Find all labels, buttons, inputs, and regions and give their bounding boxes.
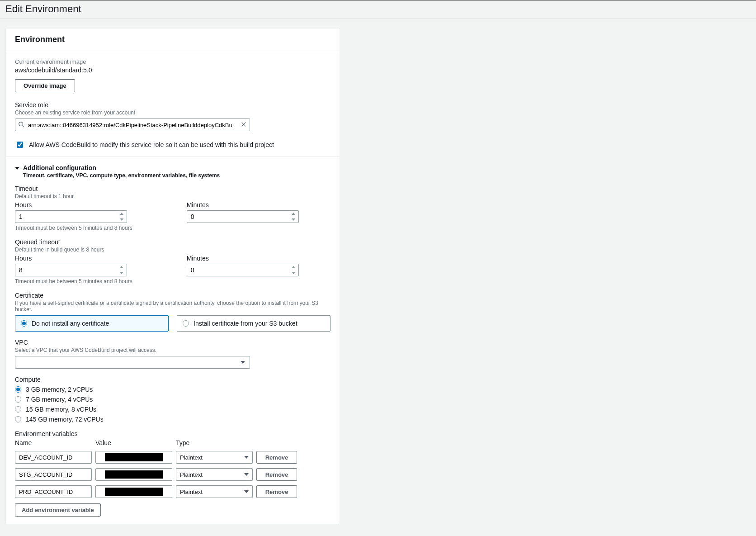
current-image-label: Current environment image: [15, 58, 331, 65]
allow-modify-label: Allow AWS CodeBuild to modify this servi…: [29, 141, 274, 148]
additional-config-toggle[interactable]: Additional configuration Timeout, certif…: [15, 164, 331, 179]
compute-option-0[interactable]: 3 GB memory, 2 vCPUs: [15, 386, 331, 393]
additional-config-subtitle: Timeout, certificate, VPC, compute type,…: [23, 172, 220, 179]
stepper-icon[interactable]: [291, 266, 296, 274]
caret-down-icon: [244, 456, 249, 459]
radio-icon: [15, 396, 21, 403]
compute-option-3[interactable]: 145 GB memory, 72 vCPUs: [15, 416, 331, 423]
stepper-icon[interactable]: [119, 266, 124, 274]
vpc-label: VPC: [15, 339, 331, 346]
vpc-help: Select a VPC that your AWS CodeBuild pro…: [15, 347, 331, 353]
cert-label: Certificate: [15, 292, 331, 299]
compute-option-0-label: 3 GB memory, 2 vCPUs: [26, 386, 93, 393]
radio-icon: [21, 320, 27, 327]
env-value-input[interactable]: [95, 485, 172, 498]
caret-down-icon: [244, 490, 249, 493]
service-role-input[interactable]: [15, 119, 250, 131]
timeout-minutes-input[interactable]: [187, 210, 299, 223]
override-image-button[interactable]: Override image: [15, 79, 75, 92]
env-name-input[interactable]: [15, 451, 92, 464]
caret-down-icon: [241, 361, 245, 364]
panel-title: Environment: [15, 35, 331, 44]
svg-point-0: [19, 122, 23, 126]
env-name-input[interactable]: [15, 468, 92, 481]
current-image-value: aws/codebuild/standard:5.0: [15, 66, 331, 74]
env-value-input[interactable]: [95, 451, 172, 464]
queued-hours-input[interactable]: [15, 264, 127, 276]
caret-down-icon: [244, 473, 249, 476]
radio-icon: [15, 406, 21, 413]
env-col-type: Type: [176, 439, 253, 446]
queued-footer: Timeout must be between 5 minutes and 8 …: [15, 278, 132, 285]
compute-option-2[interactable]: 15 GB memory, 8 vCPUs: [15, 406, 331, 413]
cert-option-s3-label: Install certificate from your S3 bucket: [194, 320, 298, 327]
timeout-label: Timeout: [15, 185, 331, 192]
env-type-select[interactable]: Plaintext: [176, 468, 253, 481]
svg-line-1: [23, 126, 24, 128]
caret-down-icon: [15, 167, 19, 170]
timeout-hours-input[interactable]: [15, 210, 127, 223]
radio-icon: [183, 320, 189, 327]
env-col-value: Value: [95, 439, 172, 446]
env-label: Environment variables: [15, 430, 331, 437]
cert-option-s3[interactable]: Install certificate from your S3 bucket: [177, 315, 331, 332]
env-type-select[interactable]: Plaintext: [176, 485, 253, 498]
add-env-variable-button[interactable]: Add environment variable: [15, 503, 101, 517]
remove-env-button[interactable]: Remove: [256, 485, 297, 498]
compute-option-3-label: 145 GB memory, 72 vCPUs: [26, 416, 104, 423]
env-col-name: Name: [15, 439, 92, 446]
radio-icon: [15, 416, 21, 422]
timeout-help: Default timeout is 1 hour: [15, 193, 331, 199]
queued-minutes-input[interactable]: [187, 264, 299, 276]
radio-icon: [15, 386, 21, 393]
compute-option-1-label: 7 GB memory, 4 vCPUs: [26, 396, 93, 403]
service-role-help: Choose an existing service role from you…: [15, 109, 331, 116]
search-icon: [18, 121, 24, 128]
compute-option-1[interactable]: 7 GB memory, 4 vCPUs: [15, 396, 331, 403]
compute-option-2-label: 15 GB memory, 8 vCPUs: [26, 406, 96, 413]
cert-option-none-label: Do not install any certificate: [32, 320, 109, 327]
timeout-hours-label: Hours: [15, 201, 132, 209]
redacted-block: [105, 453, 163, 461]
env-type-value: Plaintext: [180, 489, 203, 495]
stepper-icon[interactable]: [291, 213, 296, 221]
queued-help: Default time in build queue is 8 hours: [15, 247, 331, 253]
env-name-input[interactable]: [15, 485, 92, 498]
clear-icon[interactable]: [241, 121, 247, 128]
cert-option-none[interactable]: Do not install any certificate: [15, 315, 169, 332]
additional-config-title: Additional configuration: [23, 164, 220, 171]
env-type-value: Plaintext: [180, 454, 203, 461]
timeout-minutes-label: Minutes: [187, 201, 299, 209]
service-role-label: Service role: [15, 101, 331, 109]
queued-hours-label: Hours: [15, 255, 132, 262]
vpc-select[interactable]: [15, 356, 250, 369]
timeout-footer: Timeout must be between 5 minutes and 8 …: [15, 225, 132, 231]
env-type-value: Plaintext: [180, 471, 203, 478]
queued-label: Queued timeout: [15, 238, 331, 246]
redacted-block: [105, 488, 163, 496]
remove-env-button[interactable]: Remove: [256, 451, 297, 464]
page-title: Edit Environment: [5, 3, 751, 15]
env-type-select[interactable]: Plaintext: [176, 451, 253, 464]
queued-minutes-label: Minutes: [187, 255, 299, 262]
stepper-icon[interactable]: [119, 213, 124, 221]
remove-env-button[interactable]: Remove: [256, 468, 297, 481]
compute-label: Compute: [15, 376, 331, 383]
allow-modify-checkbox[interactable]: [17, 142, 23, 148]
cert-help: If you have a self-signed certificate or…: [15, 300, 331, 313]
env-value-input[interactable]: [95, 468, 172, 481]
redacted-block: [105, 470, 163, 479]
